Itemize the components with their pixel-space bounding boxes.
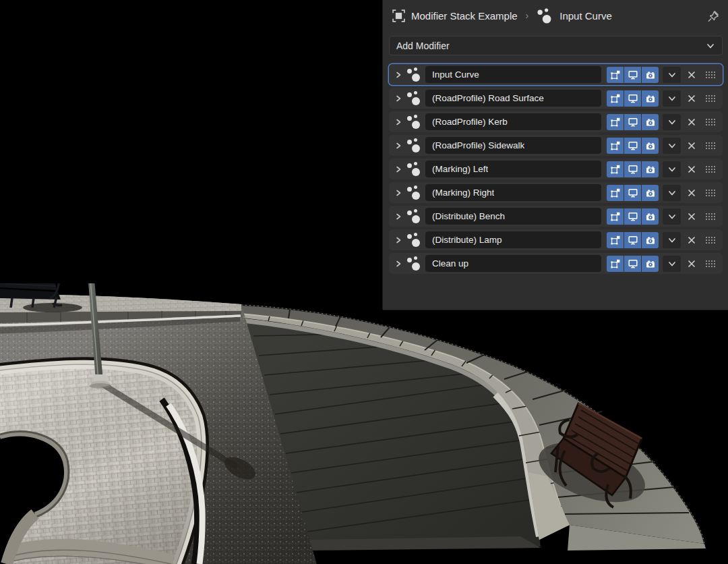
remove-modifier-button[interactable] [684, 232, 699, 248]
drag-handle-icon[interactable] [702, 165, 719, 173]
drag-handle-icon[interactable] [702, 236, 719, 244]
render-display-icon[interactable] [642, 90, 659, 107]
display-toggle-group [607, 114, 659, 130]
display-toggle-group [607, 161, 659, 177]
remove-modifier-button[interactable] [684, 161, 699, 177]
extras-dropdown-button[interactable] [663, 208, 681, 225]
display-toggle-group [607, 67, 659, 83]
render-display-icon[interactable] [642, 232, 659, 248]
render-display-icon[interactable] [642, 114, 659, 130]
modifier-name-field[interactable]: (Distribute) Bench [425, 208, 601, 225]
geometry-nodes-icon [406, 184, 423, 201]
viewport-display-icon[interactable] [624, 208, 641, 225]
modifier-row[interactable]: (RoadProfile) Kerb [389, 111, 723, 132]
display-toggle-group [607, 232, 659, 248]
geometry-nodes-icon [406, 113, 423, 130]
viewport-display-icon[interactable] [624, 256, 641, 272]
modifier-row[interactable]: (RoadProfile) Road Surface [389, 88, 723, 109]
drag-handle-icon[interactable] [702, 189, 719, 197]
viewport-display-icon[interactable] [624, 185, 641, 201]
chevron-right-icon[interactable] [394, 190, 403, 196]
viewport-display-icon[interactable] [624, 161, 641, 177]
modifier-row[interactable]: (Marking) Right [389, 182, 723, 203]
drag-handle-icon[interactable] [702, 71, 719, 79]
modifier-row[interactable]: (Distribute) Bench [389, 206, 723, 227]
edit-mode-toggle-icon[interactable] [607, 185, 624, 201]
chevron-right-icon[interactable] [394, 237, 403, 244]
edit-mode-toggle-icon[interactable] [607, 208, 624, 225]
breadcrumb-modifier-name[interactable]: Input Curve [559, 10, 612, 22]
edit-mode-toggle-icon[interactable] [607, 90, 624, 107]
add-modifier-label: Add Modifier [396, 40, 450, 51]
modifier-name-field[interactable]: (Marking) Left [425, 161, 601, 177]
drag-handle-icon[interactable] [702, 142, 719, 150]
render-display-icon[interactable] [642, 256, 659, 272]
remove-modifier-button[interactable] [684, 138, 699, 154]
render-display-icon[interactable] [642, 138, 659, 154]
breadcrumb-separator: › [524, 10, 531, 21]
edit-mode-toggle-icon[interactable] [607, 138, 624, 154]
edit-mode-toggle-icon[interactable] [607, 232, 624, 248]
drag-handle-icon[interactable] [702, 213, 719, 221]
modifier-row[interactable]: (Marking) Left [389, 159, 723, 179]
modifier-row[interactable]: (RoadProfile) Sidewalk [389, 135, 723, 156]
display-toggle-group [607, 138, 659, 154]
viewport-display-icon[interactable] [624, 114, 641, 130]
remove-modifier-button[interactable] [684, 114, 699, 130]
modifier-name-field[interactable]: Input Curve [425, 66, 601, 83]
chevron-right-icon[interactable] [394, 260, 403, 267]
modifier-list: Input Curve (RoadProfile) Road Surface [389, 64, 723, 274]
extras-dropdown-button[interactable] [663, 185, 681, 201]
chevron-right-icon[interactable] [394, 166, 403, 173]
breadcrumb: Modifier Stack Example › Input Curve [383, 0, 728, 31]
viewport-display-icon[interactable] [624, 67, 641, 83]
drag-handle-icon[interactable] [702, 260, 719, 268]
geometry-nodes-icon [406, 208, 423, 225]
geometry-nodes-icon [406, 255, 423, 272]
extras-dropdown-button[interactable] [663, 67, 681, 83]
render-display-icon[interactable] [642, 185, 659, 201]
modifier-name-field[interactable]: (Marking) Right [425, 184, 601, 201]
viewport-display-icon[interactable] [624, 138, 641, 154]
edit-mode-toggle-icon[interactable] [607, 256, 624, 272]
render-display-icon[interactable] [642, 208, 659, 225]
chevron-right-icon[interactable] [394, 213, 403, 220]
remove-modifier-button[interactable] [684, 67, 699, 83]
extras-dropdown-button[interactable] [663, 90, 681, 107]
add-modifier-dropdown[interactable]: Add Modifier [389, 36, 723, 55]
viewport-display-icon[interactable] [624, 90, 641, 107]
chevron-right-icon[interactable] [394, 119, 403, 125]
viewport-display-icon[interactable] [624, 232, 641, 248]
chevron-right-icon[interactable] [394, 72, 403, 78]
render-display-icon[interactable] [642, 67, 659, 83]
display-toggle-group [607, 208, 659, 225]
modifier-name-field[interactable]: (Distribute) Lamp [425, 231, 601, 248]
extras-dropdown-button[interactable] [663, 232, 681, 248]
extras-dropdown-button[interactable] [663, 161, 681, 177]
chevron-right-icon[interactable] [394, 142, 403, 149]
edit-mode-toggle-icon[interactable] [607, 114, 624, 130]
geometry-nodes-icon [406, 231, 423, 248]
render-display-icon[interactable] [642, 161, 659, 177]
pin-icon[interactable] [707, 9, 720, 22]
modifier-name-field[interactable]: Clean up [425, 255, 601, 272]
modifier-name-field[interactable]: (RoadProfile) Road Surface [425, 90, 601, 107]
edit-mode-toggle-icon[interactable] [607, 67, 624, 83]
remove-modifier-button[interactable] [684, 256, 699, 272]
modifier-name-field[interactable]: (RoadProfile) Sidewalk [425, 137, 601, 154]
edit-mode-toggle-icon[interactable] [607, 161, 624, 177]
modifier-row[interactable]: (Distribute) Lamp [389, 229, 723, 250]
drag-handle-icon[interactable] [702, 94, 719, 103]
extras-dropdown-button[interactable] [663, 138, 681, 154]
drag-handle-icon[interactable] [702, 118, 719, 126]
extras-dropdown-button[interactable] [663, 256, 681, 272]
remove-modifier-button[interactable] [684, 185, 699, 201]
modifier-name-field[interactable]: (RoadProfile) Kerb [425, 113, 601, 130]
modifier-row[interactable]: Input Curve [389, 64, 723, 85]
remove-modifier-button[interactable] [684, 90, 699, 107]
breadcrumb-object-name[interactable]: Modifier Stack Example [411, 10, 518, 22]
remove-modifier-button[interactable] [684, 208, 699, 225]
modifier-row[interactable]: Clean up [389, 253, 723, 274]
chevron-right-icon[interactable] [394, 95, 403, 102]
extras-dropdown-button[interactable] [663, 114, 681, 130]
